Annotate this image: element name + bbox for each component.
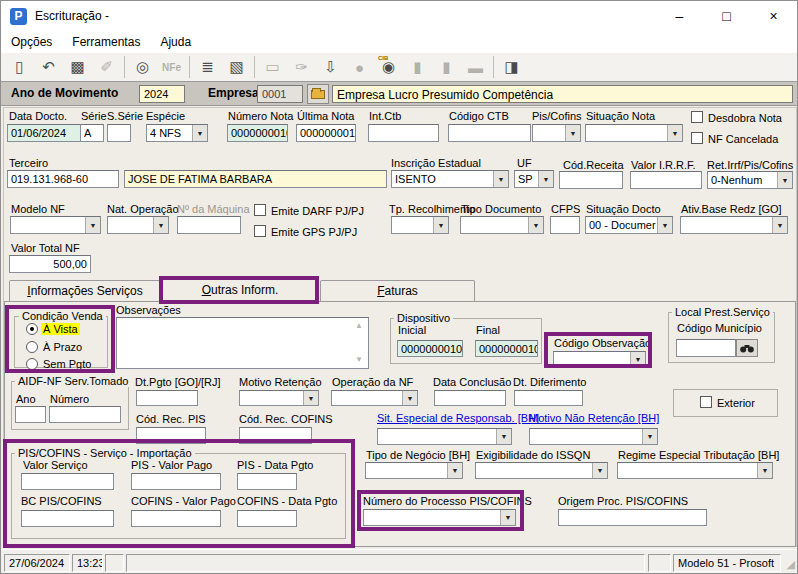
sem-pgto-label[interactable]: Sem Pgto bbox=[43, 358, 91, 370]
chevron-down-icon[interactable]: ▼ bbox=[433, 217, 448, 233]
pis-cofins-select[interactable]: ▼ bbox=[532, 124, 581, 142]
tree-view-icon[interactable]: ≣ bbox=[193, 55, 222, 80]
chevron-down-icon[interactable]: ▼ bbox=[642, 429, 657, 444]
valor-servico-input[interactable] bbox=[21, 473, 114, 490]
valor-irrf-input[interactable] bbox=[630, 171, 702, 189]
codigo-municipio-input[interactable] bbox=[676, 339, 736, 357]
emite-darf-label[interactable]: Emite DARF PJ/PJ bbox=[271, 205, 364, 217]
bc-pis-cofins-input[interactable] bbox=[21, 510, 114, 527]
menu-opcoes[interactable]: Opções bbox=[1, 35, 62, 49]
cod-rec-cofins-input[interactable] bbox=[239, 427, 312, 444]
num-maquina-input[interactable] bbox=[177, 216, 241, 234]
cofins-data-pgto-input[interactable] bbox=[237, 510, 297, 527]
download-icon[interactable]: ⇩ bbox=[316, 55, 345, 80]
cfps-input[interactable] bbox=[550, 216, 580, 234]
codigo-ctb-input[interactable] bbox=[448, 124, 531, 142]
emite-darf-checkbox[interactable] bbox=[254, 204, 266, 216]
sit-especial-link[interactable]: Sit. Especial de Responsab. [BH] bbox=[377, 412, 539, 424]
undo-icon[interactable]: ↶ bbox=[34, 55, 63, 80]
terceiro-code-input[interactable]: 019.131.968-60 bbox=[7, 170, 119, 188]
chevron-down-icon[interactable]: ▼ bbox=[303, 391, 318, 405]
chevron-down-icon[interactable]: ▼ bbox=[538, 171, 553, 187]
search-municipio-button[interactable] bbox=[736, 339, 758, 357]
a-vista-radio[interactable] bbox=[26, 323, 38, 335]
close-button[interactable]: × bbox=[750, 1, 797, 31]
new-document-icon[interactable]: ▯ bbox=[5, 55, 34, 80]
tipo-documento-select[interactable]: ▼ bbox=[460, 216, 544, 234]
exit-icon[interactable]: ◨ bbox=[497, 55, 526, 80]
chevron-down-icon[interactable]: ▼ bbox=[447, 463, 462, 478]
motivo-nao-retencao-select[interactable]: ▼ bbox=[529, 428, 658, 445]
exterior-checkbox[interactable] bbox=[700, 396, 712, 408]
emite-gps-label[interactable]: Emite GPS PJ/PJ bbox=[271, 226, 357, 238]
chevron-down-icon[interactable]: ▼ bbox=[528, 217, 543, 233]
especie-select[interactable]: 4 NFS▼ bbox=[146, 124, 208, 142]
serie-input[interactable]: A bbox=[80, 124, 104, 142]
numero-nota-input[interactable]: 0000000010 bbox=[227, 124, 288, 142]
tipo-negocio-select[interactable]: ▼ bbox=[365, 462, 463, 479]
s-serie-input[interactable] bbox=[107, 124, 131, 142]
chevron-down-icon[interactable]: ▼ bbox=[657, 217, 672, 233]
ativ-base-select[interactable]: ▼ bbox=[680, 216, 788, 234]
tab-informacoes-servicos[interactable]: Informações Serviços bbox=[9, 280, 161, 302]
emite-gps-checkbox[interactable] bbox=[254, 225, 266, 237]
chevron-down-icon[interactable]: ▼ bbox=[565, 125, 580, 141]
chevron-down-icon[interactable]: ▼ bbox=[630, 352, 645, 366]
data-conclusao-input[interactable] bbox=[434, 390, 506, 406]
nat-operacao-select[interactable]: ▼ bbox=[107, 216, 169, 234]
desdobra-nota-label[interactable]: Desdobra Nota bbox=[708, 112, 782, 124]
dt-diferimento-input[interactable] bbox=[514, 390, 583, 406]
situacao-docto-select[interactable]: 00 - Documer▼ bbox=[585, 216, 673, 234]
terceiro-name-input[interactable]: JOSE DE FATIMA BARBARA bbox=[124, 170, 387, 188]
observacoes-textarea[interactable] bbox=[116, 317, 369, 369]
desdobra-nota-checkbox[interactable] bbox=[691, 111, 703, 123]
maximize-button[interactable]: □ bbox=[703, 1, 750, 31]
data-docto-input[interactable]: 01/06/2024 bbox=[7, 124, 89, 142]
report-icon[interactable]: ▧ bbox=[222, 55, 251, 80]
uf-select[interactable]: SP▼ bbox=[514, 170, 554, 188]
open-company-button[interactable] bbox=[307, 84, 329, 104]
tab-faturas[interactable]: Faturas bbox=[320, 280, 475, 302]
inscricao-estadual-select[interactable]: ISENTO▼ bbox=[391, 170, 509, 188]
chevron-down-icon[interactable]: ▼ bbox=[402, 391, 417, 405]
ano-movimento-value[interactable]: 2024 bbox=[139, 85, 185, 103]
aidf-numero-input[interactable] bbox=[49, 406, 121, 423]
nf-cancelada-label[interactable]: NF Cancelada bbox=[708, 133, 778, 145]
tp-recolhimento-select[interactable]: ▼ bbox=[391, 216, 449, 234]
exigibilidade-select[interactable]: ▼ bbox=[475, 462, 608, 479]
cib-money-icon[interactable]: CIB◉ bbox=[374, 55, 403, 80]
chevron-down-icon[interactable]: ▼ bbox=[592, 463, 607, 478]
scroll-down-icon[interactable]: ▼ bbox=[355, 355, 363, 364]
pis-data-pgto-input[interactable] bbox=[237, 473, 297, 490]
origem-proc-input[interactable] bbox=[558, 509, 707, 526]
regime-especial-select[interactable]: ▼ bbox=[617, 462, 773, 479]
chevron-down-icon[interactable]: ▼ bbox=[667, 125, 682, 141]
operacao-nf-select[interactable]: ▼ bbox=[331, 390, 418, 406]
a-prazo-label[interactable]: À Prazo bbox=[43, 341, 82, 353]
chevron-down-icon[interactable]: ▼ bbox=[493, 171, 508, 187]
chevron-down-icon[interactable]: ▼ bbox=[496, 429, 511, 444]
pis-valor-pago-input[interactable] bbox=[131, 473, 221, 490]
chevron-down-icon[interactable]: ▼ bbox=[153, 217, 168, 233]
tab-outras-inform[interactable]: Outras Inform. bbox=[162, 279, 318, 303]
minimize-button[interactable]: – bbox=[656, 1, 703, 31]
ultima-nota-input[interactable]: 0000000010 bbox=[296, 124, 356, 142]
codigo-observacao-select[interactable]: ▼ bbox=[553, 351, 646, 367]
print-preview-icon[interactable]: ◎ bbox=[128, 55, 157, 80]
menu-ferramentas[interactable]: Ferramentas bbox=[62, 35, 150, 49]
chevron-down-icon[interactable]: ▼ bbox=[85, 217, 100, 233]
chevron-down-icon[interactable]: ▼ bbox=[500, 510, 515, 525]
cod-receita-input[interactable] bbox=[559, 171, 623, 189]
dispositivo-inicial-input[interactable]: 0000000010 bbox=[397, 340, 463, 357]
int-ctb-input[interactable] bbox=[368, 124, 439, 142]
dt-pgto-input[interactable] bbox=[136, 390, 198, 406]
chevron-down-icon[interactable]: ▼ bbox=[777, 172, 792, 188]
empresa-code[interactable]: 0001 bbox=[257, 85, 303, 103]
chevron-down-icon[interactable]: ▼ bbox=[192, 125, 207, 141]
scroll-up-icon[interactable]: ▲ bbox=[355, 321, 363, 330]
cofins-valor-pago-input[interactable] bbox=[131, 510, 221, 527]
a-vista-label[interactable]: À Vista bbox=[41, 323, 80, 335]
cod-rec-pis-input[interactable] bbox=[136, 427, 206, 444]
motivo-nao-retencao-link[interactable]: Motivo Não Retenção [BH] bbox=[529, 412, 659, 424]
modelo-nf-select[interactable]: ▼ bbox=[10, 216, 101, 234]
